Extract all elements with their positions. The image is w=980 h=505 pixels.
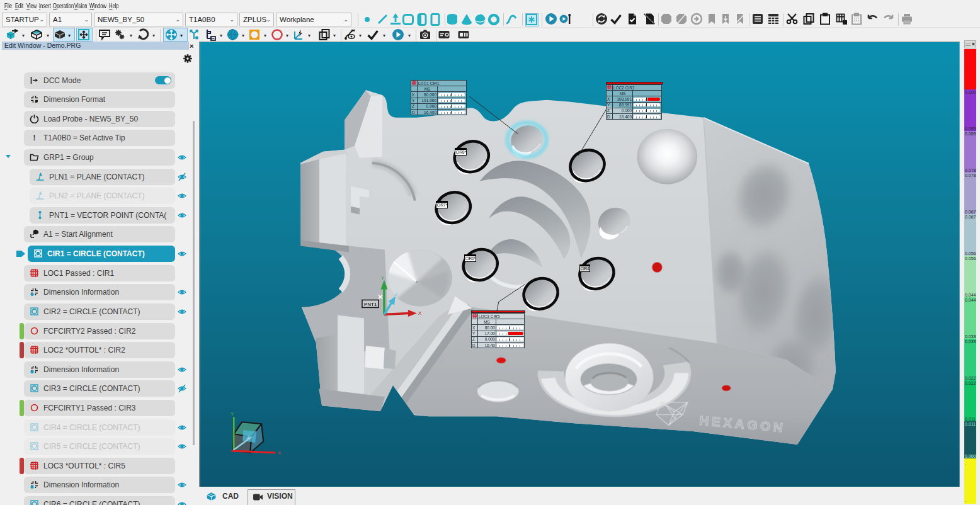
svg-text:Y: Y bbox=[231, 411, 234, 417]
svg-text:Y: Y bbox=[381, 275, 385, 281]
svg-text:X: X bbox=[418, 310, 422, 316]
svg-text:X: X bbox=[278, 450, 282, 456]
svg-text:Z: Z bbox=[395, 292, 398, 297]
svg-text:PNT1: PNT1 bbox=[364, 302, 377, 307]
svg-text:Z: Z bbox=[247, 435, 250, 440]
